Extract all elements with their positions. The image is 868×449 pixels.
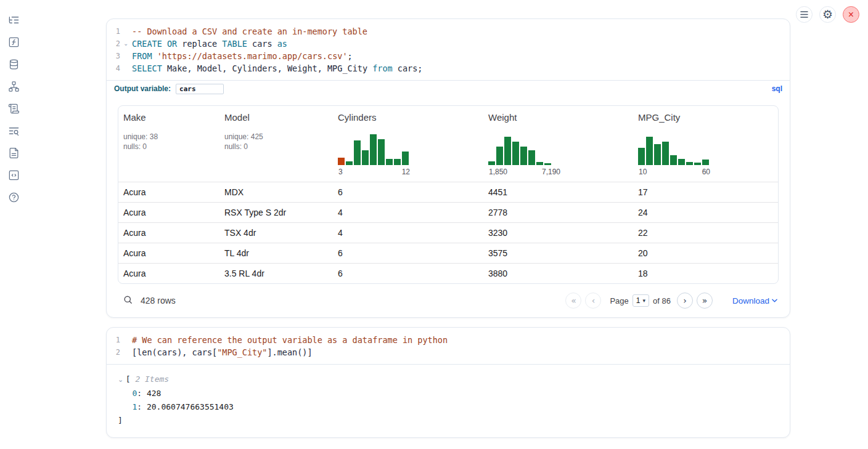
code-line: 1# We can reference the output variable … [107,334,790,346]
dependency-graph-icon[interactable] [7,80,20,92]
fold-chevron-icon[interactable]: ⌄ [123,38,128,50]
cell-cylinders: 4 [333,223,483,243]
column-title[interactable]: Model [224,112,328,123]
histogram-bar [370,134,377,165]
histogram-bar [362,150,369,165]
column-title[interactable]: Weight [488,112,628,123]
axis-max: 12 [402,168,410,176]
logs-search-icon[interactable] [7,124,20,137]
histogram-bar [686,162,693,165]
table-row: Acura 3.5 RL 4dr 6 3880 18 [118,263,778,283]
line-number: 2 [107,346,120,358]
output-variable-label: Output variable: [114,84,171,93]
code-line: 1-- Download a CSV and create an in-memo… [107,25,790,38]
histogram-bar [662,142,669,165]
cell-mpg-city: 18 [633,264,778,283]
histogram-bar [694,163,701,165]
axis-max: 7,190 [542,168,560,176]
help-icon[interactable] [7,191,20,203]
table-footer: 428 rows « ‹ Page 1 ▾ of 86 › » Download [118,284,779,317]
histogram-bar [654,144,661,165]
cell-mpg-city: 22 [633,223,778,243]
table-row: Acura TSX 4dr 4 3230 22 [118,222,778,243]
snippets-icon[interactable] [7,169,20,181]
column-histogram: 1,850 7,190 [488,133,561,176]
document-icon[interactable] [7,147,20,159]
download-button[interactable]: Download [732,296,777,305]
histogram-bar [394,159,401,165]
histogram-bar [678,159,685,165]
cell-make: Acura [118,182,219,202]
histogram-bar [512,142,519,165]
output-variable-input[interactable] [176,84,224,94]
variables-icon[interactable] [7,36,20,48]
outline-scroll-icon[interactable] [7,102,20,115]
histogram-bar [520,147,527,165]
column-title[interactable]: MPG_City [638,112,773,123]
cell-weight: 3575 [483,243,633,263]
file-tree-icon[interactable] [7,14,20,26]
stat-nulls: nulls: 0 [224,142,328,152]
shutdown-button[interactable]: × [843,6,859,23]
histogram-bar [338,158,345,165]
column-stats: unique: 425 nulls: 0 [224,132,328,152]
histogram-bar [378,139,385,165]
code-line: 2⌄CREATE OR replace TABLE cars as [107,38,790,50]
output-tree-line: 0: 428 [118,387,790,400]
column-title[interactable]: Cylinders [338,112,478,123]
output-tree-line: 1: 20.060747663551403 [118,400,790,414]
code-line: 2[len(cars), cars["MPG_City"].mean()] [107,346,790,358]
database-icon[interactable] [7,58,20,70]
histogram-bar [544,163,551,165]
line-number: 1 [107,25,120,38]
gear-icon: ⚙ [822,9,833,20]
histogram-axis-labels: 10 60 [638,168,711,176]
cell-mpg-city: 24 [633,203,778,222]
search-button[interactable] [123,294,133,307]
axis-max: 60 [702,168,710,176]
chevron-down-icon: ▾ [643,297,646,304]
cell-model: MDX [219,182,333,202]
histogram [488,133,561,165]
close-icon: × [848,10,854,20]
code-line: 4SELECT Make, Model, Cylinders, Weight, … [107,62,790,75]
cell-mpg-city: 20 [633,243,778,263]
histogram-bar [346,161,353,165]
histogram-bar [504,137,511,165]
line-number: 1 [107,334,120,346]
cell-model: TSX 4dr [219,223,333,243]
cell-model: TL 4dr [219,243,333,263]
next-page-button[interactable]: › [677,293,693,309]
table-row: Acura RSX Type S 2dr 4 2778 24 [118,202,778,222]
histogram-bar [488,161,495,165]
cell-model: 3.5 RL 4dr [219,264,333,283]
cell-weight: 4451 [483,182,633,202]
histogram-bar [670,155,677,165]
sql-code-editor[interactable]: 1-- Download a CSV and create an in-memo… [107,19,790,80]
python-code-editor[interactable]: 1# We can reference the output variable … [107,328,790,364]
top-right-controls: ⚙ × [796,6,859,23]
histogram-bar [386,159,393,165]
menu-button[interactable] [796,6,813,23]
search-icon [123,294,133,305]
previous-page-button[interactable]: ‹ [585,293,601,309]
column-header-model: Model unique: 425 nulls: 0 [219,106,333,182]
cell-cylinders: 6 [333,182,483,202]
page-select[interactable]: 1 ▾ [633,294,649,307]
first-page-button[interactable]: « [565,293,581,309]
histogram [338,133,411,165]
histogram-axis-labels: 3 12 [338,168,411,176]
cell-cylinders: 6 [333,264,483,283]
column-header-cylinders: Cylinders 3 12 [333,106,483,182]
language-badge[interactable]: sql [772,84,782,93]
histogram-axis-labels: 1,850 7,190 [488,168,561,176]
settings-button[interactable]: ⚙ [819,6,836,23]
cell-weight: 2778 [483,203,633,222]
column-header-mpg-city: MPG_City 10 60 [633,106,778,182]
column-histogram: 3 12 [338,133,411,176]
axis-min: 3 [338,168,343,176]
sql-cell: 1-- Download a CSV and create an in-memo… [106,18,790,318]
last-page-button[interactable]: » [697,293,713,309]
stat-unique: unique: 38 [123,132,215,142]
column-title[interactable]: Make [123,112,215,123]
